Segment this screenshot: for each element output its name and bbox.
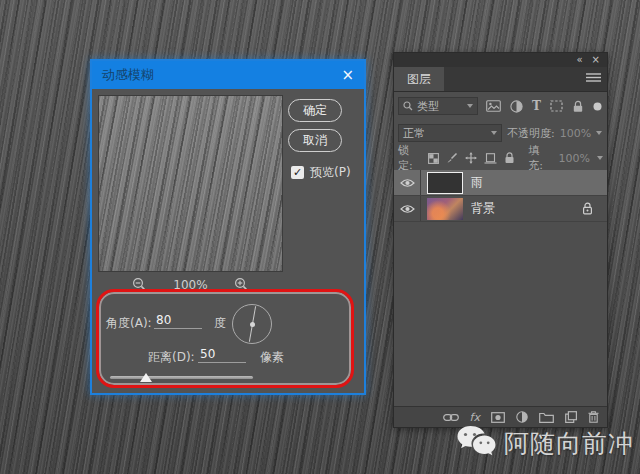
panel-header-strip: « ×	[394, 53, 607, 67]
lock-position-move-icon[interactable]	[465, 152, 477, 164]
lock-artboard-icon[interactable]	[484, 153, 497, 164]
layer-name[interactable]: 雨	[471, 174, 483, 191]
distance-slider-thumb[interactable]	[140, 373, 152, 382]
lock-label: 锁定:	[398, 143, 421, 173]
filter-pixel-layer-icon[interactable]	[486, 100, 501, 112]
search-icon	[403, 101, 413, 111]
filter-smart-object-icon[interactable]	[572, 100, 584, 113]
distance-label: 距离(D):	[148, 349, 195, 366]
ok-button[interactable]: 确定	[288, 99, 342, 122]
add-layer-mask-icon[interactable]	[491, 412, 505, 423]
chevron-down-icon	[597, 156, 603, 160]
fill-label: 填充:	[528, 143, 551, 173]
motion-blur-dialog: 动感模糊 × 确定 取消 ✓ 预览(P) 100% 角度(A): 80 度 距离…	[90, 59, 366, 395]
blend-mode-row: 正常 不透明度: 100%	[394, 120, 607, 146]
layer-row-background[interactable]: 背景	[394, 196, 607, 222]
angle-input[interactable]: 80	[154, 313, 202, 329]
preview-checkbox-row: ✓ 预览(P)	[291, 164, 351, 181]
filter-adjustment-layer-icon[interactable]	[510, 100, 523, 113]
distance-input[interactable]: 50	[198, 347, 246, 363]
chevron-down-icon	[596, 131, 602, 135]
zoom-out-icon[interactable]	[132, 277, 147, 292]
filter-icons: T	[486, 99, 602, 113]
new-group-folder-icon[interactable]	[539, 412, 554, 423]
visibility-eye-icon[interactable]	[394, 196, 421, 221]
angle-unit: 度	[214, 315, 226, 332]
preview-zoom-controls: 100%	[98, 277, 283, 292]
layer-style-fx-icon[interactable]: fx	[470, 411, 480, 424]
layers-panel: « × 图层 类型 T	[393, 52, 608, 428]
dialog-title: 动感模糊	[102, 66, 154, 84]
layer-thumbnail[interactable]	[427, 172, 463, 194]
layer-locked-icon	[582, 202, 593, 215]
red-highlight-annotation	[96, 289, 354, 388]
distance-unit: 像素	[260, 349, 284, 366]
fill-value[interactable]: 100%	[559, 152, 590, 165]
opacity-label: 不透明度:	[507, 126, 555, 141]
tab-layers[interactable]: 图层	[394, 67, 444, 91]
dialog-titlebar[interactable]: 动感模糊 ×	[92, 61, 364, 89]
panel-tab-bar: 图层	[394, 67, 607, 92]
lock-pixels-brush-icon[interactable]	[446, 152, 458, 164]
lock-all-icon[interactable]	[504, 152, 515, 164]
filter-shape-layer-icon[interactable]	[550, 100, 563, 112]
link-layers-icon[interactable]	[443, 413, 459, 422]
zoom-in-icon[interactable]	[234, 277, 249, 292]
layer-filter-row: 类型 T	[394, 92, 607, 120]
filter-text-layer-icon[interactable]: T	[532, 99, 541, 113]
filter-type-label: 类型	[417, 99, 439, 114]
filter-type-dropdown[interactable]: 类型	[398, 97, 478, 115]
preview-checkbox[interactable]: ✓	[291, 166, 304, 179]
watermark-text: 阿随向前冲	[504, 427, 634, 460]
filter-toggle-icon[interactable]	[593, 102, 602, 111]
new-layer-icon[interactable]	[565, 411, 577, 423]
blend-mode-dropdown[interactable]: 正常	[398, 124, 502, 142]
wechat-watermark: 阿随向前冲	[456, 424, 634, 462]
angle-label: 角度(A):	[106, 315, 152, 332]
delete-layer-trash-icon[interactable]	[588, 411, 599, 423]
photoshop-workspace: 动感模糊 × 确定 取消 ✓ 预览(P) 100% 角度(A): 80 度 距离…	[0, 0, 640, 474]
close-icon[interactable]: ×	[341, 68, 354, 83]
lock-transparency-icon[interactable]	[428, 153, 439, 164]
wechat-logo-icon	[456, 424, 498, 462]
distance-slider-track[interactable]	[110, 376, 253, 379]
chevron-down-icon	[491, 131, 497, 135]
angle-dial-center	[250, 322, 255, 327]
new-adjustment-layer-icon[interactable]	[516, 411, 528, 423]
preview-checkbox-label: 预览(P)	[310, 164, 351, 181]
panel-menu-icon[interactable]	[586, 73, 601, 82]
layer-row-rain[interactable]: 雨	[394, 170, 607, 196]
opacity-value[interactable]: 100%	[560, 127, 591, 140]
angle-dial[interactable]	[232, 304, 272, 344]
blend-mode-value: 正常	[403, 126, 425, 141]
zoom-level: 100%	[173, 278, 207, 292]
layer-name[interactable]: 背景	[471, 200, 495, 217]
chevron-down-icon	[467, 104, 473, 108]
lock-row: 锁定: 填充: 100%	[394, 146, 607, 170]
visibility-eye-icon[interactable]	[394, 170, 421, 195]
panel-close-icon[interactable]: ×	[592, 55, 600, 65]
cancel-button[interactable]: 取消	[288, 129, 342, 152]
collapse-panel-icon[interactable]: «	[576, 55, 582, 65]
blur-preview-area[interactable]	[98, 95, 283, 272]
layer-thumbnail[interactable]	[427, 198, 463, 220]
